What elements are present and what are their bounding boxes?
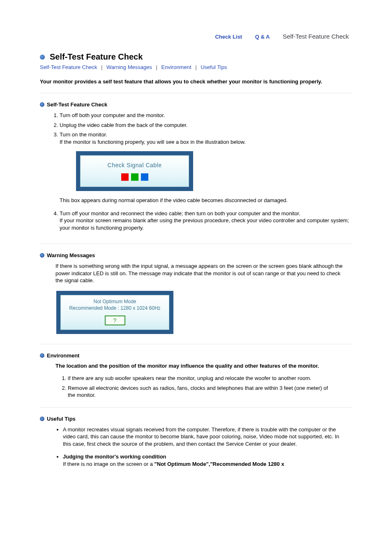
step-text: Turn off your monitor and reconnect the … [60,210,300,216]
anchor-tips[interactable]: Useful Tips [201,64,227,70]
ill-outer: Not Optimum Mode Recommended Mode : 1280… [56,291,173,334]
intro-text: Your monitor provides a self test featur… [40,78,352,85]
divider [40,407,352,408]
illustration-check-signal: Check Signal Cable [76,151,352,191]
step-text: If the monitor is functioning properly, … [60,139,246,145]
subhead-self-test: Self-Test Feature Check [40,101,352,108]
step-note: This box appears during normal operation… [60,197,352,204]
ill-line2: Recommended Mode : 1280 x 1024 60Hz [69,305,160,311]
environment-intro: The location and the position of the mon… [55,363,352,369]
step-item: Turn off your monitor and reconnect the … [60,210,352,232]
ill-outer: Check Signal Cable [76,151,193,191]
illustration-not-optimum: Not Optimum Mode Recommended Mode : 1280… [56,291,352,334]
divider [40,93,352,93]
step-item: Unplug the video cable from the back of … [60,122,352,129]
divider [40,244,352,244]
page-container: Check List Q & A Self-Test Feature Check… [32,0,360,490]
warning-body: If there is something wrong with the inp… [55,263,348,284]
anchor-self-test[interactable]: Self-Test Feature Check [40,64,97,70]
subhead-tips: Useful Tips [40,416,352,422]
anchor-nav: Self-Test Feature Check | Warning Messag… [40,64,352,70]
anchor-warning[interactable]: Warning Messages [106,64,152,70]
page-title: Self-Test Feature Check [50,52,143,62]
self-test-steps: Turn off both your computer and the moni… [52,112,352,231]
tip-item: Judging the monitor's working condition … [63,453,348,467]
environment-list: if there are any sub woofer speakers nea… [60,375,336,399]
section-header: Self-Test Feature Check [40,52,352,62]
env-item: if there are any sub woofer speakers nea… [68,375,336,382]
sub-bullet-icon [40,417,44,421]
tips-list: A monitor recreates visual signals recei… [55,426,348,468]
question-mark-icon: ? [105,315,125,325]
subhead-label: Warning Messages [47,252,95,258]
step-item: Turn on the monitor. If the monitor is f… [60,131,352,204]
subhead-environment: Environment [40,352,352,359]
ill-inner: Not Optimum Mode Recommended Mode : 1280… [60,295,169,330]
rgb-squares [85,173,184,181]
ill-inner: Check Signal Cable [80,155,189,187]
red-square-icon [121,173,129,181]
ill-line1: Not Optimum Mode [93,299,136,304]
subhead-label: Self-Test Feature Check [47,101,107,108]
env-item: Remove all electronic devices such as ra… [68,385,336,399]
ill-text: Not Optimum Mode Recommended Mode : 1280… [64,299,166,311]
separator: | [101,64,102,70]
nav-q-and-a[interactable]: Q & A [255,34,273,40]
step-text: If your monitor screen remains blank aft… [60,217,349,231]
separator: | [195,64,196,70]
nav-self-test[interactable]: Self-Test Feature Check [283,33,352,40]
step-text: Turn on the monitor. [60,131,107,138]
tip-text-b: "Not Optimum Mode","Recommended Mode 128… [154,461,284,467]
blue-square-icon [141,173,148,181]
green-square-icon [131,173,138,181]
subhead-label: Useful Tips [47,416,76,422]
bullet-icon [40,55,45,60]
anchor-environment[interactable]: Environment [161,64,191,70]
divider [40,344,352,344]
step-item: Turn off both your computer and the moni… [60,112,352,119]
subhead-warning: Warning Messages [40,252,352,258]
top-nav: Check List Q & A Self-Test Feature Check [40,16,352,44]
sub-bullet-icon [40,353,44,358]
ill-text: Check Signal Cable [85,161,184,169]
separator: | [156,64,157,70]
tip-title: Judging the monitor's working condition [63,454,166,460]
sub-bullet-icon [40,102,44,107]
subhead-label: Environment [47,352,79,359]
nav-check-list[interactable]: Check List [215,34,245,40]
tip-item: A monitor recreates visual signals recei… [63,426,348,448]
tip-text-a: If there is no image on the screen or a [63,461,154,467]
sub-bullet-icon [40,253,44,258]
